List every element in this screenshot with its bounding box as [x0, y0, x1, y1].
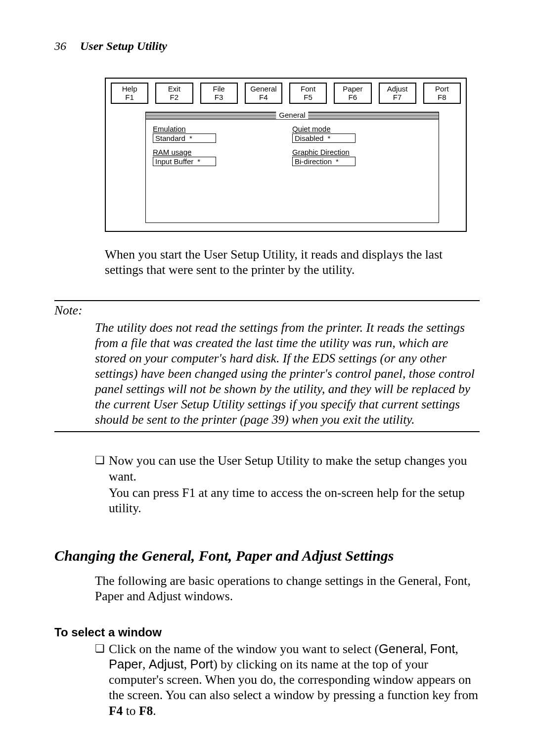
field-value-emulation[interactable]: Standard* — [153, 133, 216, 143]
window-titlebar: General — [145, 112, 439, 119]
bullet-text-1: Now you can use the User Setup Utility t… — [109, 453, 480, 484]
fkey-exit[interactable]: ExitF2 — [155, 83, 193, 104]
fkey-port[interactable]: PortF8 — [423, 83, 461, 104]
page-title: User Setup Utility — [80, 40, 167, 52]
window-body: Emulation Standard* RAM usage Input Buff… — [145, 119, 439, 223]
select-window-text: Click on the name of the window you want… — [109, 641, 480, 718]
field-value-graphic-direction[interactable]: Bi-direction* — [292, 157, 356, 166]
fkey-font[interactable]: FontF5 — [289, 83, 327, 104]
page-number: 36 — [54, 40, 66, 52]
subheading-select-window: To select a window — [54, 625, 480, 639]
field-label-emulation: Emulation — [153, 125, 292, 133]
fkey-general[interactable]: GeneralF4 — [245, 83, 282, 104]
window-title: General — [276, 111, 308, 119]
note-heading: Note: — [54, 303, 480, 318]
running-header: 36 User Setup Utility — [54, 40, 480, 53]
field-value-ram-usage[interactable]: Input Buffer* — [153, 157, 216, 166]
note-body: The utility does not read the settings f… — [95, 320, 480, 428]
field-label-quiet-mode: Quiet mode — [292, 125, 432, 133]
field-value-quiet-mode[interactable]: Disabled* — [292, 133, 356, 143]
fkey-file[interactable]: FileF3 — [200, 83, 238, 104]
note-block: Note: The utility does not read the sett… — [54, 300, 480, 433]
fkey-paper[interactable]: PaperF6 — [334, 83, 371, 104]
bullet-icon: ❏ — [95, 643, 109, 718]
intro-paragraph: When you start the User Setup Utility, i… — [105, 247, 480, 277]
bullet-text-1-cont: You can press F1 at any time to access t… — [109, 485, 480, 516]
fkey-adjust[interactable]: AdjustF7 — [379, 83, 416, 104]
setup-utility-window: HelpF1 ExitF2 FileF3 GeneralF4 FontF5 Pa… — [105, 78, 467, 232]
field-label-ram-usage: RAM usage — [153, 148, 292, 156]
section-heading: Changing the General, Font, Paper and Ad… — [54, 547, 480, 564]
section-intro: The following are basic operations to ch… — [95, 573, 480, 604]
function-key-bar: HelpF1 ExitF2 FileF3 GeneralF4 FontF5 Pa… — [111, 83, 461, 104]
bullet-icon: ❏ — [95, 455, 109, 484]
fkey-help[interactable]: HelpF1 — [111, 83, 148, 104]
field-label-graphic-direction: Graphic Direction — [292, 148, 432, 156]
